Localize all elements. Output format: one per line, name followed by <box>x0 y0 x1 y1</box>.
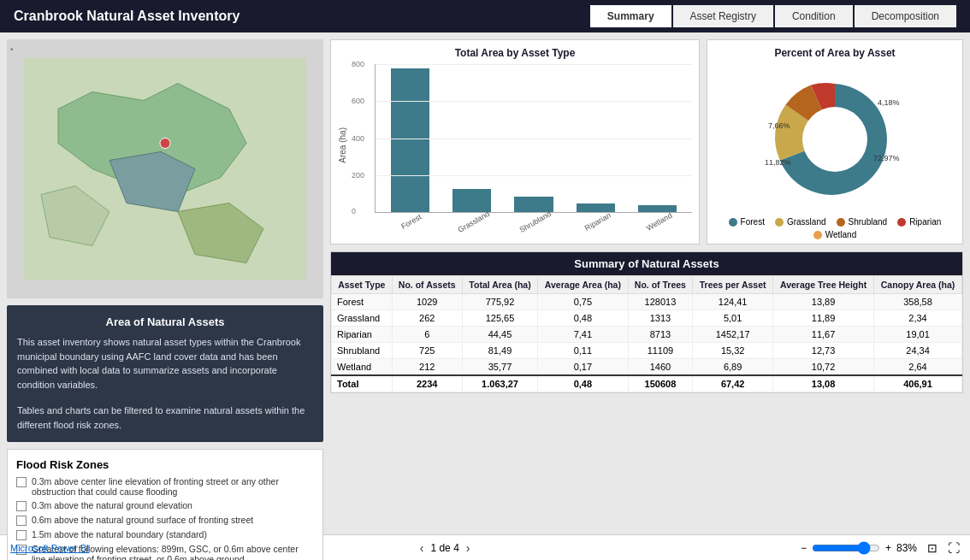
bar-chart-grid: 800 600 400 200 0 <box>375 64 692 213</box>
svg-text:72,97%: 72,97% <box>873 154 900 162</box>
table-row: Shrubland72581,490,111110915,3212,7324,3… <box>332 343 962 359</box>
table-cell-5: 6,89 <box>693 359 773 376</box>
table-header-row: Asset Type No. of Assets Total Area (ha)… <box>332 276 962 294</box>
tab-summary[interactable]: Summary <box>590 5 671 27</box>
table-cell-2: 125,65 <box>462 310 537 327</box>
fullscreen-icon[interactable]: ⛶ <box>948 541 960 555</box>
page-indicator: 1 de 4 <box>430 542 458 554</box>
flood-zone-checkbox[interactable] <box>16 477 27 487</box>
bar-chart-area: Area (ha) 800 600 400 200 0 <box>338 64 692 227</box>
legend-wetland: Wetland <box>813 230 857 239</box>
table-cell-1: 725 <box>392 343 462 359</box>
table-cell-5: 67,42 <box>693 375 773 392</box>
table-cell-3: 0,48 <box>538 375 629 392</box>
table-cell-7: 406,91 <box>874 375 962 392</box>
table-cell-7: 358,58 <box>874 294 962 310</box>
table-cell-4: 8713 <box>628 327 693 343</box>
right-panel: Total Area by Asset Type Area (ha) 800 6… <box>330 39 963 528</box>
table-cell-0: Total <box>332 375 393 392</box>
legend-dot-grassland <box>775 218 784 227</box>
map-area[interactable]: * <box>7 39 323 298</box>
bar-chart-title: Total Area by Asset Type <box>338 47 692 59</box>
table-cell-3: 0,48 <box>538 310 629 327</box>
th-no-assets: No. of Assets <box>392 276 462 294</box>
svg-text:4,18%: 4,18% <box>878 98 900 107</box>
table-row: Forest1029775,920,75128013124,4113,89358… <box>332 294 962 310</box>
table-title: Summary of Natural Assets <box>331 252 962 275</box>
tab-condition[interactable]: Condition <box>775 5 853 27</box>
zoom-plus[interactable]: + <box>885 542 891 554</box>
main-content: * Area of Natural Assets This asset inve… <box>0 32 970 534</box>
info-box-title: Area of Natural Assets <box>17 315 313 328</box>
table-cell-4: 1313 <box>628 310 693 327</box>
table-cell-6: 13,08 <box>773 375 874 392</box>
prev-page-button[interactable]: ‹ <box>420 541 424 555</box>
flood-zone-checkbox[interactable] <box>16 516 27 526</box>
bar-x-labels: ForestGrasslandShrublandRiparianWetland <box>351 213 692 227</box>
zoom-slider[interactable] <box>812 541 880 555</box>
app-header: Cranbrook Natural Asset Inventory Summar… <box>0 0 970 32</box>
table-cell-3: 0,75 <box>538 294 629 310</box>
tab-decomposition[interactable]: Decomposition <box>855 5 956 27</box>
table-body: Forest1029775,920,75128013124,4113,89358… <box>332 294 962 392</box>
table-cell-7: 2,64 <box>874 359 962 376</box>
table-row: Grassland262125,650,4813135,0111,892,34 <box>332 310 962 327</box>
legend-dot-riparian <box>897 218 906 227</box>
next-page-button[interactable]: › <box>466 541 470 555</box>
flood-zone-item[interactable]: 1.5m above the natural boundary (standar… <box>16 529 314 540</box>
legend-dot-forest <box>729 218 737 227</box>
table-cell-5: 15,32 <box>693 343 773 359</box>
table-cell-1: 2234 <box>392 375 462 392</box>
th-total-area: Total Area (ha) <box>462 276 537 294</box>
powerbi-link[interactable]: Microsoft Power BI <box>10 543 89 553</box>
map-svg: * <box>7 39 323 298</box>
footer-right: − + 83% ⊡ ⛶ <box>801 541 960 555</box>
flood-zones-title: Flood Risk Zones <box>16 458 314 471</box>
zoom-control: − + 83% <box>801 541 917 555</box>
flood-zone-item[interactable]: 0.3m above the natural ground elevation <box>16 500 314 511</box>
table-cell-1: 212 <box>392 359 462 376</box>
table-cell-0: Shrubland <box>332 343 393 359</box>
tab-asset-registry[interactable]: Asset Registry <box>673 5 773 27</box>
table-cell-4: 150608 <box>628 375 693 392</box>
summary-table-box: Summary of Natural Assets Asset Type No.… <box>330 251 963 393</box>
pagination: ‹ 1 de 4 › <box>420 541 470 555</box>
info-box: Area of Natural Assets This asset invent… <box>7 305 323 442</box>
flood-zone-item[interactable]: 0.6m above the natural ground surface of… <box>16 515 314 526</box>
table-cell-5: 124,41 <box>693 294 773 310</box>
legend-riparian: Riparian <box>897 217 941 227</box>
donut-svg: 4,18% 7,66% 11,82% 72,97% <box>749 67 920 212</box>
donut-chart-title: Percent of Area by Asset <box>714 47 955 59</box>
th-trees-per: Trees per Asset <box>693 276 773 294</box>
fit-page-icon[interactable]: ⊡ <box>927 541 937 555</box>
table-cell-6: 12,73 <box>773 343 874 359</box>
charts-row: Total Area by Asset Type Area (ha) 800 6… <box>330 39 963 245</box>
table-cell-4: 128013 <box>628 294 693 310</box>
table-cell-0: Grassland <box>332 310 393 327</box>
flood-zone-checkbox[interactable] <box>16 530 27 540</box>
legend-shrubland: Shrubland <box>837 217 888 227</box>
zoom-minus[interactable]: − <box>801 542 807 554</box>
table-cell-0: Wetland <box>332 359 393 376</box>
legend-dot-shrubland <box>837 218 845 227</box>
flood-zone-item[interactable]: 0.3m above center line elevation of fron… <box>16 476 314 497</box>
svg-point-4 <box>802 107 867 172</box>
y-axis-label: Area (ha) <box>338 127 347 163</box>
bar-chart-box: Total Area by Asset Type Area (ha) 800 6… <box>330 39 700 245</box>
table-cell-6: 11,89 <box>773 310 874 327</box>
th-no-trees: No. of Trees <box>628 276 693 294</box>
svg-point-2 <box>160 139 170 149</box>
table-cell-6: 11,67 <box>773 327 874 343</box>
flood-zone-checkbox[interactable] <box>16 501 27 511</box>
info-box-text1: This asset inventory shows natural asset… <box>17 335 313 392</box>
th-asset-type: Asset Type <box>332 276 393 294</box>
zoom-value: 83% <box>896 542 917 554</box>
table-cell-4: 11109 <box>628 343 693 359</box>
left-panel: * Area of Natural Assets This asset inve… <box>7 39 323 528</box>
table-cell-2: 1.063,27 <box>462 375 537 392</box>
app-title: Cranbrook Natural Asset Inventory <box>14 9 240 24</box>
legend-forest: Forest <box>729 217 765 227</box>
table-cell-6: 13,89 <box>773 294 874 310</box>
table-cell-2: 44,45 <box>462 327 537 343</box>
donut-chart-box: Percent of Area by Asset <box>707 39 963 245</box>
